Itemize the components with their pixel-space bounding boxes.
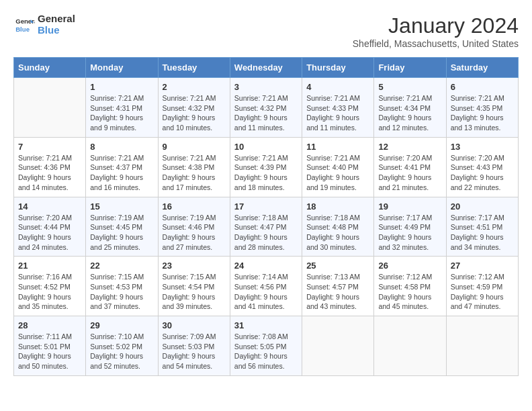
day-number: 26	[378, 261, 441, 271]
calendar-cell: 8Sunrise: 7:21 AMSunset: 4:37 PMDaylight…	[86, 137, 158, 197]
day-info: Sunrise: 7:14 AMSunset: 4:56 PMDaylight:…	[234, 272, 298, 312]
day-number: 17	[234, 201, 298, 212]
day-number: 13	[451, 142, 514, 152]
day-info: Sunrise: 7:19 AMSunset: 4:46 PMDaylight:…	[163, 213, 226, 253]
calendar-cell: 3Sunrise: 7:21 AMSunset: 4:32 PMDaylight…	[230, 78, 302, 138]
day-info: Sunrise: 7:19 AMSunset: 4:45 PMDaylight:…	[90, 213, 153, 253]
calendar-header: SundayMondayTuesdayWednesdayThursdayFrid…	[14, 58, 519, 78]
day-number: 29	[90, 320, 153, 330]
calendar-cell: 20Sunrise: 7:17 AMSunset: 4:51 PMDayligh…	[446, 197, 518, 257]
calendar-cell: 7Sunrise: 7:21 AMSunset: 4:36 PMDaylight…	[14, 137, 86, 197]
day-number: 1	[90, 82, 153, 92]
day-header-monday: Monday	[86, 58, 158, 78]
calendar-cell: 17Sunrise: 7:18 AMSunset: 4:47 PMDayligh…	[230, 197, 302, 257]
day-number: 19	[378, 201, 441, 212]
day-number: 22	[90, 261, 153, 271]
calendar-week-2: 7Sunrise: 7:21 AMSunset: 4:36 PMDaylight…	[14, 137, 519, 197]
calendar-cell: 2Sunrise: 7:21 AMSunset: 4:32 PMDaylight…	[158, 78, 230, 138]
calendar-cell: 14Sunrise: 7:20 AMSunset: 4:44 PMDayligh…	[14, 197, 86, 257]
day-number: 14	[18, 201, 81, 212]
day-info: Sunrise: 7:21 AMSunset: 4:40 PMDaylight:…	[306, 153, 369, 193]
calendar-cell: 4Sunrise: 7:21 AMSunset: 4:33 PMDaylight…	[302, 78, 374, 138]
calendar-cell: 24Sunrise: 7:14 AMSunset: 4:56 PMDayligh…	[230, 257, 302, 316]
day-info: Sunrise: 7:21 AMSunset: 4:32 PMDaylight:…	[163, 93, 226, 133]
day-header-wednesday: Wednesday	[230, 58, 302, 78]
day-number: 30	[163, 320, 226, 330]
calendar-cell	[302, 316, 374, 376]
title-block: January 2024 Sheffield, Massachusetts, U…	[353, 13, 519, 49]
day-info: Sunrise: 7:21 AMSunset: 4:34 PMDaylight:…	[378, 93, 441, 133]
day-info: Sunrise: 7:21 AMSunset: 4:32 PMDaylight:…	[234, 93, 298, 133]
svg-text:Blue: Blue	[15, 25, 30, 32]
day-header-row: SundayMondayTuesdayWednesdayThursdayFrid…	[14, 58, 519, 78]
day-header-thursday: Thursday	[302, 58, 374, 78]
calendar-table: SundayMondayTuesdayWednesdayThursdayFrid…	[13, 57, 519, 376]
day-info: Sunrise: 7:12 AMSunset: 4:58 PMDaylight:…	[378, 272, 441, 312]
day-number: 4	[306, 82, 369, 92]
day-number: 8	[90, 142, 153, 152]
day-info: Sunrise: 7:08 AMSunset: 5:05 PMDaylight:…	[234, 332, 298, 371]
calendar-cell: 10Sunrise: 7:21 AMSunset: 4:39 PMDayligh…	[230, 137, 302, 197]
logo-icon: General Blue	[13, 14, 35, 36]
day-info: Sunrise: 7:09 AMSunset: 5:03 PMDaylight:…	[163, 332, 226, 371]
day-number: 27	[451, 261, 514, 271]
calendar-body: 1Sunrise: 7:21 AMSunset: 4:31 PMDaylight…	[14, 78, 519, 376]
day-number: 15	[90, 201, 153, 212]
calendar-cell: 18Sunrise: 7:18 AMSunset: 4:48 PMDayligh…	[302, 197, 374, 257]
day-header-friday: Friday	[374, 58, 446, 78]
calendar-cell: 9Sunrise: 7:21 AMSunset: 4:38 PMDaylight…	[158, 137, 230, 197]
day-info: Sunrise: 7:10 AMSunset: 5:02 PMDaylight:…	[90, 332, 153, 371]
day-number: 16	[163, 201, 226, 212]
day-number: 20	[451, 201, 514, 212]
day-info: Sunrise: 7:21 AMSunset: 4:37 PMDaylight:…	[90, 153, 153, 193]
day-header-sunday: Sunday	[14, 58, 86, 78]
day-number: 25	[306, 261, 369, 271]
calendar-cell: 21Sunrise: 7:16 AMSunset: 4:52 PMDayligh…	[14, 257, 86, 316]
day-number: 10	[234, 142, 298, 152]
calendar-cell: 30Sunrise: 7:09 AMSunset: 5:03 PMDayligh…	[158, 316, 230, 376]
calendar-cell: 29Sunrise: 7:10 AMSunset: 5:02 PMDayligh…	[86, 316, 158, 376]
day-number: 21	[18, 261, 81, 271]
day-info: Sunrise: 7:21 AMSunset: 4:35 PMDaylight:…	[451, 93, 514, 133]
calendar-cell: 22Sunrise: 7:15 AMSunset: 4:53 PMDayligh…	[86, 257, 158, 316]
day-info: Sunrise: 7:20 AMSunset: 4:44 PMDaylight:…	[18, 213, 81, 253]
calendar-week-5: 28Sunrise: 7:11 AMSunset: 5:01 PMDayligh…	[14, 316, 519, 376]
day-number: 18	[306, 201, 369, 212]
calendar-week-4: 21Sunrise: 7:16 AMSunset: 4:52 PMDayligh…	[14, 257, 519, 316]
logo-line2: Blue	[38, 25, 75, 36]
calendar-cell: 25Sunrise: 7:13 AMSunset: 4:57 PMDayligh…	[302, 257, 374, 316]
day-number: 12	[378, 142, 441, 152]
day-info: Sunrise: 7:21 AMSunset: 4:31 PMDaylight:…	[90, 93, 153, 133]
day-info: Sunrise: 7:21 AMSunset: 4:36 PMDaylight:…	[18, 153, 81, 193]
calendar-week-3: 14Sunrise: 7:20 AMSunset: 4:44 PMDayligh…	[14, 197, 519, 257]
location-text: Sheffield, Massachusetts, United States	[353, 38, 519, 49]
calendar-cell: 5Sunrise: 7:21 AMSunset: 4:34 PMDaylight…	[374, 78, 446, 138]
calendar-cell: 16Sunrise: 7:19 AMSunset: 4:46 PMDayligh…	[158, 197, 230, 257]
calendar-cell: 13Sunrise: 7:20 AMSunset: 4:43 PMDayligh…	[446, 137, 518, 197]
day-number: 7	[18, 142, 81, 152]
day-info: Sunrise: 7:17 AMSunset: 4:49 PMDaylight:…	[378, 213, 441, 253]
day-number: 5	[378, 82, 441, 92]
logo: General Blue General Blue	[13, 13, 75, 36]
day-info: Sunrise: 7:17 AMSunset: 4:51 PMDaylight:…	[451, 213, 514, 253]
day-number: 28	[18, 320, 81, 330]
day-number: 2	[163, 82, 226, 92]
day-number: 9	[163, 142, 226, 152]
calendar-cell: 1Sunrise: 7:21 AMSunset: 4:31 PMDaylight…	[86, 78, 158, 138]
calendar-cell: 31Sunrise: 7:08 AMSunset: 5:05 PMDayligh…	[230, 316, 302, 376]
day-header-tuesday: Tuesday	[158, 58, 230, 78]
calendar-cell: 12Sunrise: 7:20 AMSunset: 4:41 PMDayligh…	[374, 137, 446, 197]
day-number: 11	[306, 142, 369, 152]
logo-line1: General	[38, 13, 75, 25]
day-header-saturday: Saturday	[446, 58, 518, 78]
day-number: 23	[163, 261, 226, 271]
day-info: Sunrise: 7:15 AMSunset: 4:54 PMDaylight:…	[163, 272, 226, 312]
day-number: 3	[234, 82, 298, 92]
calendar-cell: 11Sunrise: 7:21 AMSunset: 4:40 PMDayligh…	[302, 137, 374, 197]
day-number: 6	[451, 82, 514, 92]
day-number: 24	[234, 261, 298, 271]
calendar-cell: 19Sunrise: 7:17 AMSunset: 4:49 PMDayligh…	[374, 197, 446, 257]
calendar-cell: 23Sunrise: 7:15 AMSunset: 4:54 PMDayligh…	[158, 257, 230, 316]
calendar-cell: 6Sunrise: 7:21 AMSunset: 4:35 PMDaylight…	[446, 78, 518, 138]
day-info: Sunrise: 7:21 AMSunset: 4:39 PMDaylight:…	[234, 153, 298, 193]
